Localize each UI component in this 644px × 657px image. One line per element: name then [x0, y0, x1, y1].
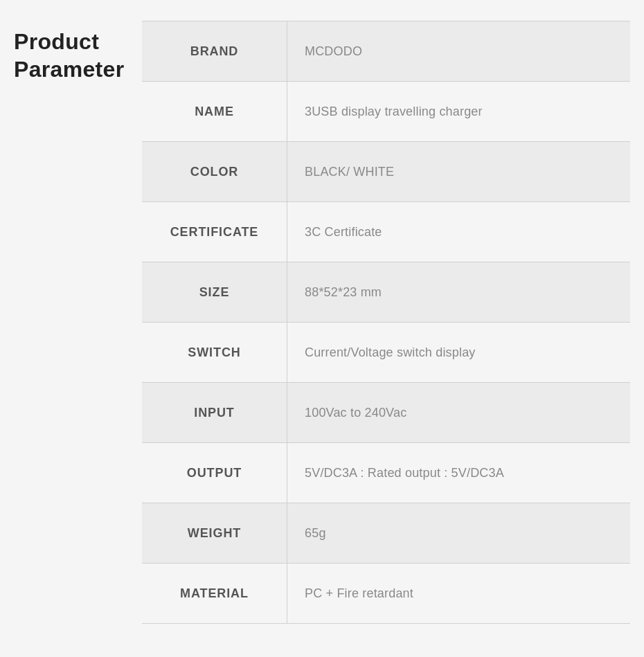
- cell-value: 5V/DC3A : Rated output : 5V/DC3A: [287, 443, 630, 503]
- cell-value: Current/Voltage switch display: [287, 323, 630, 382]
- table-row: INPUT100Vac to 240Vac: [142, 383, 630, 443]
- cell-label: WEIGHT: [142, 503, 287, 563]
- cell-label: NAME: [142, 82, 287, 141]
- table-row: CERTIFICATE3C Certificate: [142, 202, 630, 262]
- table-row: SWITCHCurrent/Voltage switch display: [142, 323, 630, 383]
- cell-value: BLACK/ WHITE: [287, 142, 630, 201]
- table-row: BRANDMCDODO: [142, 21, 630, 82]
- cell-value: MCDODO: [287, 21, 630, 81]
- cell-value: 3C Certificate: [287, 202, 630, 262]
- cell-label: MATERIAL: [142, 564, 287, 623]
- cell-label: SIZE: [142, 262, 287, 322]
- cell-label: INPUT: [142, 383, 287, 442]
- cell-value: 3USB display travelling charger: [287, 82, 630, 141]
- page-wrapper: Product Parameter BRANDMCDODONAME3USB di…: [14, 21, 630, 624]
- cell-value: PC + Fire retardant: [287, 564, 630, 623]
- cell-label: CERTIFICATE: [142, 202, 287, 262]
- table-row: COLORBLACK/ WHITE: [142, 142, 630, 202]
- cell-value: 100Vac to 240Vac: [287, 383, 630, 442]
- table-row: NAME3USB display travelling charger: [142, 82, 630, 142]
- product-parameter-table: BRANDMCDODONAME3USB display travelling c…: [142, 21, 630, 624]
- table-row: SIZE88*52*23 mm: [142, 262, 630, 323]
- cell-value: 65g: [287, 503, 630, 563]
- section-title: Product Parameter: [14, 21, 142, 83]
- cell-label: BRAND: [142, 21, 287, 81]
- table-row: OUTPUT5V/DC3A : Rated output : 5V/DC3A: [142, 443, 630, 503]
- cell-label: COLOR: [142, 142, 287, 201]
- cell-label: OUTPUT: [142, 443, 287, 503]
- table-row: MATERIALPC + Fire retardant: [142, 564, 630, 624]
- cell-value: 88*52*23 mm: [287, 262, 630, 322]
- cell-label: SWITCH: [142, 323, 287, 382]
- table-row: WEIGHT65g: [142, 503, 630, 564]
